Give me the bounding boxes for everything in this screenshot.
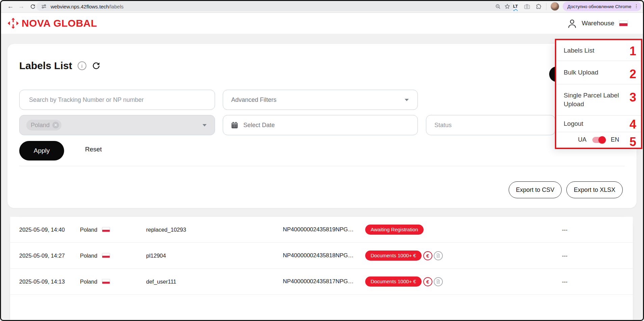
url-text: webview.nps.42flows.tech/labels bbox=[51, 4, 493, 9]
cell-country: Poland bbox=[80, 227, 110, 233]
annotation-highlight-box: Labels List Bulk Upload Single Parcel La… bbox=[555, 39, 642, 149]
advanced-filters-select[interactable]: Advanced Filters bbox=[223, 90, 418, 110]
labels-table: Creation Date Country Tracking Number IE… bbox=[10, 217, 633, 321]
export-csv-button[interactable]: Export to CSV bbox=[509, 181, 562, 198]
table-body: 2025-05-09, 14:40 Poland replaced_10293 … bbox=[10, 217, 633, 295]
reset-button[interactable]: Reset bbox=[85, 146, 102, 153]
status-icons: € bbox=[423, 277, 443, 286]
cell-creation-date: 2025-05-09, 14:13 bbox=[19, 279, 65, 285]
calendar-icon bbox=[231, 121, 239, 129]
refresh-icon bbox=[92, 61, 101, 70]
languagetool-extension-icon[interactable]: LT bbox=[510, 1, 520, 11]
status-badge: Documents 1000+ € bbox=[365, 276, 422, 287]
table-row[interactable]: 2025-05-09, 14:13 Poland def_user111 NP4… bbox=[10, 269, 633, 295]
account-menu[interactable]: Warehouse bbox=[567, 18, 628, 28]
chevron-down-icon bbox=[405, 99, 409, 101]
zoom-icon[interactable] bbox=[493, 2, 503, 11]
euro-icon: € bbox=[423, 251, 432, 260]
cell-tracking-number: pl12904 bbox=[146, 253, 166, 259]
country-select: Poland ✕ bbox=[19, 115, 215, 135]
cell-country: Poland bbox=[80, 253, 110, 259]
browser-back-button[interactable]: ← bbox=[5, 0, 16, 13]
annotation-number-1: 1 bbox=[626, 44, 640, 58]
search-field[interactable] bbox=[19, 90, 215, 110]
extensions-puzzle-icon[interactable] bbox=[533, 1, 543, 11]
poland-flag-icon bbox=[102, 253, 110, 258]
site-info-icon[interactable] bbox=[39, 2, 49, 11]
cell-status: Awaiting Registration bbox=[365, 225, 425, 235]
status-icons: € bbox=[423, 251, 443, 260]
status-badge: Awaiting Registration bbox=[365, 225, 424, 235]
refresh-button[interactable] bbox=[92, 61, 101, 70]
cell-iew: NP40000002435819NPG… bbox=[283, 226, 354, 233]
screenshot-extension-icon[interactable] bbox=[522, 1, 532, 11]
cell-comment-nps: --- bbox=[562, 279, 567, 285]
table-row[interactable]: 2025-05-09, 14:27 Poland pl12904 NP40000… bbox=[10, 243, 633, 269]
status-badge: Documents 1000+ € bbox=[365, 251, 422, 261]
poland-flag-icon bbox=[102, 279, 110, 284]
cell-comment-nps: --- bbox=[562, 253, 567, 259]
divider bbox=[19, 166, 624, 166]
page-title: Labels List bbox=[19, 60, 72, 71]
address-bar[interactable]: webview.nps.42flows.tech/labels bbox=[36, 2, 514, 11]
browser-menu-icon[interactable]: ⋮ bbox=[634, 4, 639, 9]
user-icon bbox=[567, 18, 577, 28]
status-field[interactable] bbox=[426, 115, 555, 135]
cell-country: Poland bbox=[80, 279, 110, 285]
language-en-label[interactable]: EN bbox=[611, 136, 619, 143]
table-row[interactable]: 2025-05-09, 14:40 Poland replaced_10293 … bbox=[10, 217, 633, 243]
cell-iew: NP40000002435817NPG… bbox=[283, 278, 354, 285]
status-input[interactable] bbox=[434, 122, 548, 129]
euro-icon: € bbox=[423, 277, 432, 286]
url-domain: webview.nps.42flows.tech bbox=[51, 4, 109, 9]
cell-creation-date: 2025-05-09, 14:40 bbox=[19, 227, 65, 233]
chrome-update-button[interactable]: Доступно обновление Chrome ⋮ bbox=[563, 2, 641, 11]
chrome-update-label: Доступно обновление Chrome bbox=[567, 4, 631, 9]
url-path: /labels bbox=[109, 4, 124, 9]
app-header: NOVA GLOBAL Warehouse bbox=[0, 13, 644, 34]
language-toggle-switch[interactable] bbox=[592, 137, 605, 143]
cell-tracking-number: replaced_10293 bbox=[146, 227, 186, 233]
annotation-number-5: 5 bbox=[626, 135, 640, 149]
cell-creation-date: 2025-05-09, 14:27 bbox=[19, 253, 65, 259]
cell-iew: NP40000002435818NPG… bbox=[283, 252, 354, 259]
apply-button[interactable]: Apply bbox=[19, 141, 64, 160]
filters-panel: Labels List i Advanced Filters Poland ✕ … bbox=[7, 44, 637, 208]
search-input[interactable] bbox=[29, 96, 207, 104]
cell-tracking-number: def_user111 bbox=[146, 279, 176, 285]
toolbar-divider bbox=[546, 3, 546, 10]
info-icon[interactable]: i bbox=[78, 61, 86, 70]
chevron-down-icon bbox=[203, 124, 207, 126]
cell-status: Documents 1000+ € € bbox=[365, 251, 443, 261]
poland-flag-icon bbox=[102, 227, 110, 232]
language-ua-label[interactable]: UA bbox=[578, 136, 586, 143]
profile-avatar[interactable] bbox=[551, 2, 559, 11]
cell-comment-nps: --- bbox=[562, 227, 567, 233]
cell-status: Documents 1000+ € € bbox=[365, 276, 443, 287]
document-icon bbox=[434, 251, 443, 260]
annotation-number-3: 3 bbox=[626, 90, 640, 105]
date-placeholder: Select Date bbox=[243, 122, 275, 129]
brand-name: NOVA GLOBAL bbox=[22, 18, 97, 29]
toggle-knob bbox=[598, 136, 606, 144]
browser-toolbar: ← → webview.nps.42flows.tech/labels LT Д… bbox=[0, 0, 644, 13]
document-icon bbox=[434, 277, 443, 286]
browser-forward-button[interactable]: → bbox=[16, 0, 27, 13]
export-xlsx-button[interactable]: Export to XLSX bbox=[566, 181, 623, 198]
poland-flag-icon bbox=[619, 21, 628, 26]
brand-logo[interactable]: NOVA GLOBAL bbox=[7, 18, 97, 29]
date-field[interactable]: Select Date bbox=[223, 115, 418, 135]
nova-global-logo-icon bbox=[7, 18, 19, 29]
account-label: Warehouse bbox=[582, 20, 614, 27]
advanced-filters-label: Advanced Filters bbox=[231, 96, 405, 104]
annotation-number-4: 4 bbox=[626, 117, 640, 132]
country-chip: Poland ✕ bbox=[26, 120, 61, 130]
annotation-number-2: 2 bbox=[626, 67, 640, 81]
country-chip-label: Poland bbox=[31, 122, 50, 129]
reload-icon bbox=[30, 4, 36, 9]
remove-country-icon[interactable]: ✕ bbox=[52, 122, 59, 128]
